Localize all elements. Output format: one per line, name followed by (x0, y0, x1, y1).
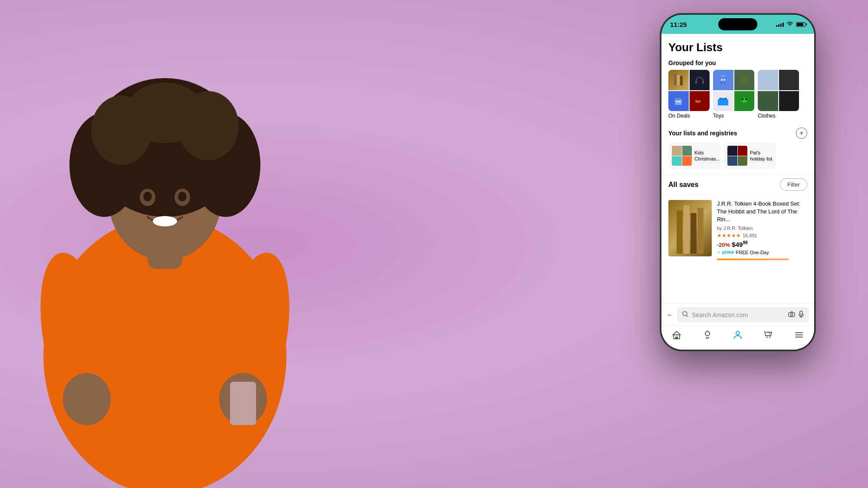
search-input[interactable]: Search Amazon.com (692, 311, 785, 318)
pat-list-thumb (727, 146, 747, 166)
grouped-images-deals: Spl (668, 70, 710, 111)
delivery-text: FREE One-Day (736, 250, 769, 255)
price-row: -20% $4999 (717, 240, 807, 248)
svg-rect-24 (702, 81, 704, 84)
list-card-kids[interactable]: Kids Christmas... (668, 142, 720, 169)
svg-rect-34 (720, 82, 722, 84)
svg-point-28 (679, 101, 681, 102)
search-bar-container: ← Search Amazon.com (661, 303, 814, 326)
product-info: J.R.R. Tolkien 4-Book Boxed Set: The Hob… (717, 200, 807, 260)
svg-rect-26 (676, 98, 681, 100)
phone-mockup: 11:25 (660, 13, 816, 351)
svg-point-56 (766, 337, 768, 338)
nav-inspire[interactable] (702, 330, 713, 343)
phone-outer: 11:25 (660, 13, 816, 351)
add-to-cart-bar[interactable] (717, 259, 789, 260)
grouped-section-title: Grouped for you (661, 58, 814, 70)
back-arrow[interactable]: ← (667, 311, 674, 319)
profile-icon (733, 330, 743, 343)
grouped-card-deals[interactable]: Spl On Deals (668, 70, 710, 119)
nav-more[interactable] (794, 330, 804, 343)
lists-registries-title: Your lists and registries (668, 130, 737, 137)
svg-point-27 (676, 101, 678, 102)
stars-row: ★★★★★ 16,991 (717, 233, 807, 239)
status-bar: 11:25 (661, 15, 814, 34)
filter-button[interactable]: Filter (780, 178, 807, 191)
status-time: 11:25 (670, 21, 687, 28)
prime-badge: prime (722, 250, 734, 255)
dynamic-island (718, 18, 757, 30)
lists-registries-header: Your lists and registries + (661, 124, 814, 142)
list-cards-row[interactable]: Kids Christmas... Pat's holiday list (661, 142, 814, 174)
category-label-toys: Toys (713, 113, 754, 119)
review-count: 16,991 (743, 233, 757, 238)
svg-point-12 (143, 192, 152, 201)
cart-icon: 1 (763, 330, 773, 343)
grouped-card-clothes[interactable]: Clothes (758, 70, 799, 119)
svg-rect-20 (674, 74, 677, 85)
grouped-images-toys (713, 70, 754, 111)
mic-icon[interactable] (799, 311, 804, 319)
status-icons (776, 21, 806, 28)
person-photo (0, 0, 356, 488)
home-icon (671, 330, 682, 343)
svg-point-33 (723, 79, 725, 81)
lists-header: Your Lists (661, 34, 814, 58)
battery-icon (796, 22, 806, 27)
nav-profile[interactable] (733, 330, 743, 343)
lightbulb-icon (702, 330, 713, 343)
discount-badge: -20% (717, 242, 730, 248)
category-label-clothes: Clothes (758, 113, 799, 119)
nav-cart[interactable]: 1 (763, 330, 773, 343)
svg-point-55 (736, 331, 740, 335)
camera-icon[interactable] (788, 311, 795, 318)
list-card-pat[interactable]: Pat's holiday list (724, 142, 776, 169)
svg-text:Spl: Spl (695, 99, 700, 103)
product-card[interactable]: J.R.R. Tolkien 4-Book Boxed Set: The Hob… (661, 194, 814, 265)
svg-point-32 (721, 79, 723, 81)
svg-text:1: 1 (769, 332, 770, 335)
svg-rect-48 (800, 311, 802, 315)
svg-rect-36 (718, 99, 728, 105)
grouped-card-toys[interactable]: Toys (713, 70, 754, 119)
all-saves-title: All saves (668, 181, 698, 189)
svg-point-47 (791, 314, 793, 316)
phone-content[interactable]: Your Lists Grouped for you (661, 34, 814, 303)
bottom-nav: 1 (661, 326, 814, 350)
svg-rect-19 (230, 382, 256, 425)
svg-rect-39 (719, 98, 727, 100)
page-title: Your Lists (668, 41, 807, 54)
kids-list-thumb (672, 146, 692, 166)
product-author: by J.R.R. Tolkien (717, 226, 807, 231)
search-icon (682, 311, 688, 318)
add-list-button[interactable]: + (796, 128, 807, 139)
product-title: J.R.R. Tolkien 4-Book Boxed Set: The Hob… (717, 200, 807, 224)
prime-row: ✓ prime FREE One-Day (717, 250, 807, 255)
wifi-icon (786, 21, 793, 28)
svg-point-43 (745, 98, 747, 100)
svg-point-17 (63, 373, 111, 425)
kids-list-name: Kids Christmas... (694, 150, 720, 162)
svg-rect-35 (724, 82, 726, 84)
grouped-grid[interactable]: Spl On Deals (661, 70, 814, 124)
nav-home[interactable] (671, 330, 682, 343)
signal-icon (776, 22, 784, 27)
category-label-deals: On Deals (668, 113, 710, 119)
search-bar[interactable]: Search Amazon.com (677, 307, 809, 322)
svg-point-53 (705, 331, 710, 336)
all-saves-header: All saves Filter (661, 174, 814, 194)
svg-rect-52 (675, 337, 678, 339)
product-image (668, 200, 712, 256)
svg-point-13 (178, 192, 187, 201)
svg-point-57 (769, 337, 771, 338)
svg-rect-31 (719, 77, 727, 84)
pat-list-name: Pat's holiday list (750, 150, 773, 162)
product-price: $4999 (732, 240, 747, 248)
svg-rect-21 (677, 75, 680, 85)
svg-rect-23 (695, 81, 697, 84)
svg-point-9 (126, 82, 204, 143)
svg-line-45 (687, 315, 688, 317)
star-rating: ★★★★★ (717, 233, 741, 239)
menu-icon (794, 330, 804, 343)
svg-rect-22 (680, 76, 683, 85)
